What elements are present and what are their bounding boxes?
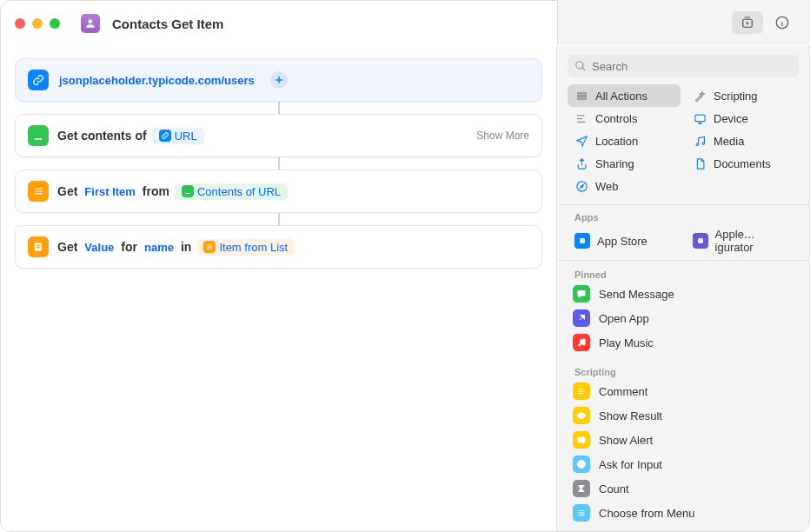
app-app-store[interactable]: App Store [568,224,681,257]
apps-section: Apps App StoreApple…iguratorBooksCalcula… [557,205,809,261]
list-icon [574,89,588,103]
question-icon [573,456,590,473]
category-label: Scripting [714,90,758,103]
value-token[interactable]: Value [83,239,116,256]
category-label: Sharing [595,157,634,170]
close-window[interactable] [15,18,25,29]
workflow-canvas: jsonplaceholder.typicode.com/users ＋ Get… [1,46,556,531]
info-button[interactable] [767,11,798,34]
doc-icon [693,156,707,170]
window-title: Contacts Get Item [112,17,223,31]
svg-rect-10 [698,238,703,243]
contents-of-url-token[interactable]: Contents of URL [175,183,288,200]
category-label: Documents [714,157,771,170]
action-label: Count [599,482,629,495]
svg-point-14 [583,343,585,345]
category-documents[interactable]: Documents [686,152,799,175]
from-label: from [143,184,169,198]
download-icon [28,125,49,146]
lines-icon [573,382,590,400]
connector [278,213,280,225]
first-item-token[interactable]: First Item [83,183,137,200]
actions-list: Pinned Send MessageOpen AppPlay Music Sc… [557,261,809,531]
action-send-message[interactable]: Send Message [568,282,799,306]
action-count[interactable]: Count [568,476,799,501]
svg-rect-4 [37,247,41,248]
svg-point-7 [702,142,705,144]
action-label: Ask for Input [599,458,662,471]
maximize-window[interactable] [50,18,60,29]
url-value[interactable]: jsonplaceholder.typicode.com/users [57,72,256,89]
action-label: Show Result [599,409,662,422]
action-ask-for-input[interactable]: Ask for Input [568,452,799,476]
get-contents-step[interactable]: Get contents of URL Show More [15,114,542,157]
for-label: for [121,240,137,254]
app-apple-igurator[interactable]: Apple…igurator [686,224,799,257]
location-icon [574,134,588,148]
add-url-button[interactable]: ＋ [270,71,288,89]
category-all-actions[interactable]: All Actions [568,84,681,107]
category-scripting[interactable]: Scripting [686,84,799,107]
list-icon [28,181,49,202]
action-choose-from-menu[interactable]: Choose from Menu [568,501,799,525]
svg-point-8 [576,181,586,190]
url-token[interactable]: URL [152,128,204,144]
category-device[interactable]: Device [686,107,799,130]
get-label: Get [57,184,77,198]
actions-library-button[interactable] [732,11,763,34]
get-item-step[interactable]: Get First Item from Contents of URL [15,170,542,213]
action-show-result[interactable]: Show Result [568,403,799,428]
get-value-step[interactable]: Get Value for name in Item from List [15,225,542,269]
eye-icon [573,407,590,424]
message-icon [573,285,590,303]
download-mini-icon [182,185,194,197]
item-from-list-token[interactable]: Item from List [196,239,295,256]
category-label: Media [714,135,744,148]
traffic-lights [15,18,60,29]
key-token[interactable]: name [143,239,176,256]
category-location[interactable]: Location [568,130,681,152]
category-label: All Actions [595,90,647,103]
search-field[interactable] [568,55,799,77]
search-input[interactable] [592,60,792,73]
action-open-app[interactable]: Open App [568,306,799,330]
action-label: Send Message [599,288,674,301]
category-web[interactable]: Web [568,175,681,197]
scripting-heading: Scripting [574,367,799,377]
link-icon [28,70,49,90]
app-icon [693,233,708,249]
sidebar-titlebar [557,0,810,45]
show-more-button[interactable]: Show More [476,130,529,142]
action-show-alert[interactable]: Show Alert [568,428,799,452]
category-media[interactable]: Media [686,130,799,152]
svg-rect-3 [37,245,41,246]
safari-icon [574,179,588,193]
share-icon [574,156,588,170]
dictionary-icon [28,236,49,257]
svg-point-13 [579,344,581,346]
wand-icon [693,89,707,103]
action-comment[interactable]: Comment [568,379,799,403]
category-label: Location [595,135,638,148]
action-label: Open App [599,312,649,325]
url-step[interactable]: jsonplaceholder.typicode.com/users ＋ [15,58,542,102]
actions-sidebar: All ActionsScriptingControlsDeviceLocati… [556,46,809,531]
music-icon [693,134,707,148]
get-label: Get [57,240,77,254]
categories-grid: All ActionsScriptingControlsDeviceLocati… [557,84,809,205]
shortcut-icon [81,14,100,33]
open-icon [573,309,590,327]
action-play-music[interactable]: Play Music [568,330,799,355]
action-label: Comment [599,385,647,398]
category-sharing[interactable]: Sharing [568,152,681,175]
minimize-window[interactable] [32,18,43,29]
svg-rect-5 [694,115,704,122]
category-label: Controls [595,112,637,125]
connector [278,157,280,170]
monitor-icon [693,111,707,125]
menu-icon [573,504,590,522]
category-controls[interactable]: Controls [568,107,681,130]
svg-point-15 [581,415,583,417]
category-label: Web [595,180,619,193]
link-mini-icon [159,130,171,142]
